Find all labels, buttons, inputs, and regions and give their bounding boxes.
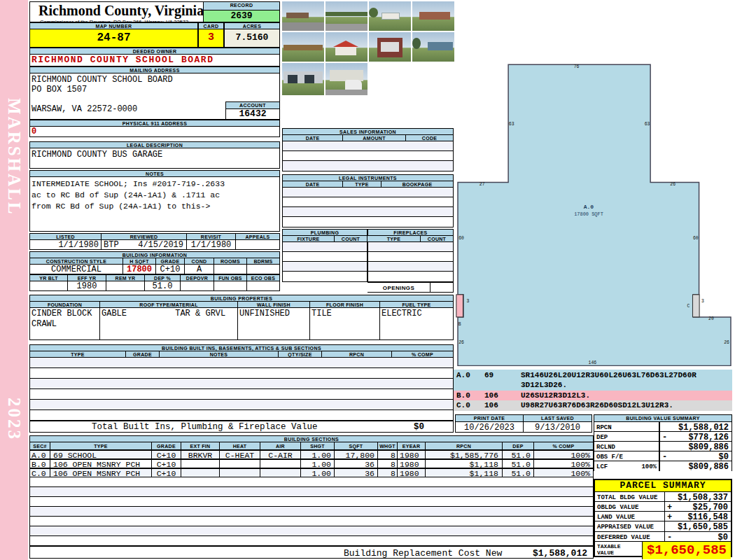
value-summary-row-dep: DEP -$778,126 — [594, 432, 732, 442]
floor-finish-value: TILE — [310, 307, 380, 340]
photo-thumbnail-5[interactable] — [282, 32, 324, 62]
parcel-summary: PARCEL SUMMARY TOTAL BLDG VALUE $1,508,3… — [594, 479, 732, 557]
photo-thumbnail-9[interactable] — [282, 63, 324, 95]
yr-blt-value — [29, 281, 68, 291]
bs-a-dep: 51.0 — [503, 450, 534, 459]
reviewed-date: 4/15/2019 — [138, 241, 183, 249]
photo-thumbnail-3[interactable] — [369, 1, 411, 31]
bs-a-grade: C+10 — [152, 450, 181, 459]
code-a-line1: SR146U26L20U12R3U60L26U63L76D63L27D60R — [521, 370, 696, 380]
deeded-owner-value: RICHMOND COUNTY SCHOOL BOARD — [29, 54, 280, 66]
building-sections-empty-row — [29, 536, 594, 546]
built-ins-empty-row — [29, 379, 454, 389]
ps-deferred-label: DEFERRED VALUE — [595, 532, 665, 541]
bs-air-label: AIR — [260, 442, 301, 450]
print-date-value: 10/26/2023 — [455, 421, 524, 433]
code-c-type: 106 — [484, 400, 498, 410]
code-a-type: 69 — [484, 370, 493, 380]
bs-c-eyear: 1980 — [398, 468, 426, 477]
built-ins-empty-row — [29, 410, 454, 421]
fireplaces-empty-row — [368, 272, 454, 282]
sketch-code-row-a: A.0 69 SR146U26L20U12R3U60L26U63L76D63L2… — [454, 370, 732, 391]
photo-thumbnail-1[interactable] — [282, 1, 324, 31]
parcel-row-appraised: APPRAISED VALUE $1,650,585 — [595, 522, 731, 532]
vs-dep-sign: - — [662, 433, 667, 442]
notes-line-1: INTERMEDIATE SCHOOL; Ins #2017-719-.2633 — [30, 177, 279, 190]
sketch-section-b-porch — [456, 295, 463, 317]
plumbing-fixture-label: FIXTURE — [282, 235, 335, 242]
built-ins-notes-label: NOTES — [160, 351, 279, 358]
sketch-dim-top: 76 — [574, 64, 580, 69]
reviewed-by: BTP — [104, 241, 119, 249]
parcel-row-land: LAND VALUE +$116,548 — [595, 512, 731, 522]
sketch-dim-tower-left: 63 — [509, 122, 514, 127]
record-card-page: Richmond County, Virginia Commissioner o… — [28, 0, 735, 560]
built-ins-empty-row — [29, 400, 454, 410]
vs-dep-value: $778,126 — [688, 433, 729, 442]
building-sections-empty-row — [29, 507, 594, 517]
replacement-cost-value: $1,588,012 — [533, 548, 587, 559]
sketch-section-label: A.0 — [584, 204, 594, 210]
mailing-line-1: RICHMOND COUNTY SCHOOL BOARD — [30, 74, 279, 85]
built-ins-grade-label: GRADE — [126, 351, 160, 358]
bdrms-value — [247, 264, 280, 274]
photo-thumbnail-8[interactable] — [412, 32, 454, 62]
built-ins-empty-row — [29, 358, 454, 368]
openings-value — [430, 282, 454, 293]
vs-rpcn-label: RPCN — [596, 424, 612, 431]
bs-c-grade: C+10 — [152, 468, 181, 477]
physical-911-value: 0 — [29, 126, 280, 137]
building-sections-empty-row — [29, 517, 594, 526]
bs-shgt-label: SHGT — [301, 442, 335, 450]
photo-thumbnail-7[interactable] — [369, 32, 411, 62]
sales-empty-row — [282, 161, 454, 172]
bs-c-rpcn: $1,118 — [426, 468, 503, 477]
instruments-date-label: DATE — [282, 181, 343, 188]
building-section-row-c: C.0 106 OPEN MSNRY PCH C+10 1.00 36 8 19… — [29, 468, 594, 477]
bs-a-heat: C-HEAT — [220, 450, 260, 459]
cond-value: A — [185, 264, 214, 274]
plumbing-empty-row — [282, 262, 368, 272]
sketch-dim-bottom: 146 — [589, 360, 597, 365]
built-ins-total-label: Total Built Ins, Plumbing & Fireplace Va… — [92, 422, 318, 432]
bs-comp-label: % COMP — [534, 442, 594, 450]
sketch-label-b: B — [458, 322, 461, 327]
replacement-cost-row: Building Replacement Cost New $1,588,012 — [29, 546, 594, 559]
spine-year: 2023 — [4, 398, 24, 441]
ps-total-bldg-value: $1,508,337 — [678, 493, 728, 503]
eff-yr-value: 1980 — [68, 281, 106, 291]
bs-a-rpcn: $1,585,776 — [426, 450, 503, 459]
bs-b-type: 106 OPEN MSNRY PCH — [50, 459, 152, 468]
photo-thumbnail-2[interactable] — [326, 1, 368, 31]
building-info-values-1: COMMERCIAL 17800 C+10 A — [29, 264, 280, 274]
bs-b-rpcn: $1,118 — [426, 459, 503, 468]
notes-line-3: from RC Bd of Sup (24A-1A1) to this-> — [30, 201, 279, 212]
photo-thumbnail-10[interactable] — [326, 63, 368, 95]
instruments-bookpage-label: BOOKPAGE — [382, 181, 454, 188]
sketch-dim-lower-left: 26 — [458, 340, 464, 345]
photo-thumbnail-6[interactable] — [326, 32, 368, 62]
bs-a-air: C-AIR — [260, 450, 301, 459]
last-saved-value: 9/13/2010 — [524, 421, 592, 433]
building-sections-empty-row — [29, 526, 594, 536]
bs-c-heat — [220, 468, 260, 477]
review-value-row: 1/1/1980 BTP 4/15/2019 1/1/1980 — [29, 239, 280, 250]
code-b-type: 106 — [484, 391, 498, 400]
bs-eyear-label: EYEAR — [398, 442, 426, 450]
plumbing-empty-row — [282, 272, 368, 282]
value-summary-row-rpcn: RPCN $1,588,012 — [594, 422, 732, 432]
code-b-line1: U26SU12R3D12L3. — [521, 391, 590, 400]
building-sections-empty-row — [29, 477, 594, 487]
bs-b-dep: 51.0 — [503, 459, 534, 468]
legal-description-value: RICHMOND COUNTY BUS GARAGE — [29, 148, 280, 169]
built-ins-comp-label: % COMP — [392, 351, 454, 358]
sketch-dim-mid-left: 60 — [458, 236, 464, 241]
ps-land-label: LAND VALUE — [595, 512, 665, 521]
photo-thumbnail-4[interactable] — [412, 1, 454, 31]
vs-lcf-pct: 100% — [641, 463, 657, 471]
construction-style-value: COMMERCIAL — [29, 264, 123, 274]
map-number-value: 24-87 — [29, 29, 198, 48]
built-ins-total-value: $0 — [414, 422, 424, 432]
bs-b-comp: 100% — [534, 459, 594, 468]
acres-value: 7.5160 — [224, 29, 280, 48]
